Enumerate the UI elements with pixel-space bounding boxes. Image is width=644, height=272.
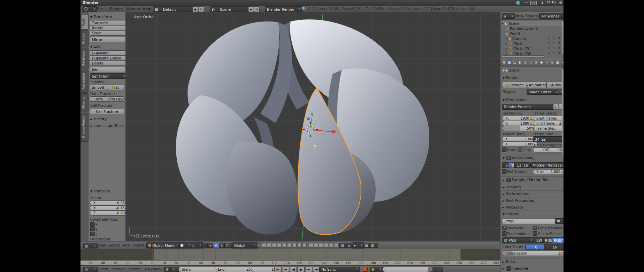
layer-toggle[interactable] [277,243,281,247]
tab-object[interactable]: ◻ [528,59,533,65]
vector-x-field[interactable]: X:0.080 [90,200,130,206]
hide-toggle-icon[interactable]: ⊙ [547,51,550,54]
preset-add-button[interactable]: + [553,104,558,110]
rotate-button[interactable]: Rotate [90,25,126,31]
render-toggle-icon[interactable]: ▣ [558,46,561,49]
render-presets-selector[interactable]: Render Presets↕ [502,104,556,110]
expand-icon[interactable]: ▸ [506,47,507,50]
tab-world[interactable]: ◍ [523,59,528,65]
jump-to-end-button[interactable]: ⇥ [282,267,289,272]
editor-type-button[interactable]: ⓘ↕ [83,6,97,12]
vector-z-field[interactable]: Z:0.000 [90,211,130,216]
tab-constraints[interactable]: ⊞ [534,59,539,65]
layer-toggle[interactable] [302,243,307,247]
border-row[interactable]: Border [502,147,519,152]
translate-button[interactable]: Translate [90,20,126,26]
end-frame-field[interactable]: End:250 [215,267,256,272]
placeholders-row[interactable]: Placeholders [502,231,530,236]
panel-header-output[interactable]: ▼Output [502,212,519,216]
layer-toggle[interactable] [319,243,323,247]
layer-toggle[interactable] [309,243,313,247]
panel-header-post-processing[interactable]: ►Post Processing [502,198,534,203]
cache-result-row[interactable]: Cache Result [533,231,561,236]
panel-header-edit[interactable]: ▼Edit [90,44,101,49]
panel-header-freestyle[interactable]: ►Freestyle [502,266,528,271]
cell-fracture-button[interactable]: Cell Fracture [90,109,124,114]
layer-toggle[interactable] [272,243,276,247]
render-toggle-icon[interactable]: ▣ [558,36,561,39]
mirror-button[interactable]: Mirror [90,37,126,42]
auto-keyframe-record-button[interactable] [363,267,368,272]
aspect-y-field[interactable]: Y:1.000 [502,142,538,147]
keyboard-layout[interactable]: En [530,1,537,5]
aa-size-field[interactable]: Size:1.000 px [533,169,564,174]
current-frame-field[interactable]: 1 [251,267,277,272]
file-format-selector[interactable]: PNG↕ [502,237,535,243]
delete-button[interactable]: Delete [90,60,126,66]
layer-toggle[interactable] [292,243,297,247]
timeline-editor-type-button[interactable]: ◷↕ [83,267,98,272]
outliner-hscrollbar[interactable] [502,55,544,58]
outliner-display-filter[interactable]: All Scenes [539,13,564,19]
pin-icon[interactable]: ◈ [502,69,505,72]
transform-orientation-selector[interactable]: Global↕ [232,242,258,248]
tab-animation[interactable]: Animation [81,70,89,93]
aspect-x-field[interactable]: X:1.000 [502,137,538,142]
animation-button[interactable]: ▸Animation [527,82,547,88]
full-sample-row[interactable]: Full Sample [502,169,528,174]
select-toggle-icon[interactable]: ↖ [553,41,555,44]
panel-header-performance[interactable]: ►Performance [502,192,529,196]
hide-toggle-icon[interactable]: ⊙ [547,41,550,44]
y-axis-handle-tip[interactable] [311,113,313,115]
tab-modifiers[interactable]: ◆ [539,59,544,65]
freestyle-checkbox[interactable] [506,266,511,271]
prev-keyframe-button[interactable]: ↞ [305,267,312,272]
viewport-canvas[interactable]: User Ortho (1) Circle.002 [125,12,500,241]
duplicate-button[interactable]: Duplicate [90,50,126,56]
jump-to-start-button[interactable]: ⇤ [274,267,281,272]
expand-icon[interactable]: ▸ [506,42,507,45]
scene-delete-button[interactable]: ✕ [254,6,260,12]
layer-toggle[interactable] [282,243,286,247]
render-toggle-icon[interactable]: ▣ [535,27,538,30]
sphere-segments[interactable] [176,19,429,235]
compression-slider[interactable]: Compression15% [502,251,564,256]
keying-set-selector[interactable]: ↕ [370,267,384,272]
mode-selector[interactable]: Object Mode↕ [146,242,181,248]
select-toggle-icon[interactable]: ↖ [553,46,555,49]
panel-header-translate-operator[interactable]: ▼Translate [90,189,110,193]
properties-vscrollbar[interactable] [562,68,564,156]
duplicate-linked-button[interactable]: Duplicate Linked [90,55,126,61]
file-extensions-row[interactable]: ✓File Extensions [533,226,564,230]
keying-ghost-toggle[interactable]: ◌ [170,267,179,272]
panel-header-landscape-tools[interactable]: ►Landscape Tools [90,124,124,128]
tab-render[interactable]: ▣ [507,59,512,65]
color-mode-rgba[interactable]: RGBA [552,237,564,243]
frame-step-field[interactable]: Frame Step:1 [533,126,564,131]
scale-button[interactable]: Scale [90,30,126,36]
timeline-menu-playback[interactable]: Playback [145,267,161,271]
join-button[interactable]: Join [90,67,126,72]
sync-mode-selector[interactable]: No Sync↕ [319,267,360,272]
resolution-y-field[interactable]: Y:1080 px [502,121,538,126]
viewport-menu-object[interactable]: Object [132,243,145,247]
tab-tools[interactable]: Tools [81,15,89,30]
start-frame-field[interactable]: Start:1 [178,267,220,272]
timeline-menu-view[interactable]: View [99,267,108,271]
panel-header-shading[interactable]: ►Shading [502,185,521,189]
vector-y-field[interactable]: Y:-0.152 [90,206,130,211]
outliner-row-renderlayers[interactable]: ❏RenderLayers▣ [506,26,564,31]
aa-filter-selector[interactable]: Mitchell-Netravali↕ [531,162,564,168]
timeline-band[interactable] [80,249,500,260]
hide-toggle-icon[interactable]: ⊙ [547,46,550,49]
viewport-menu-select[interactable]: Select [109,243,120,247]
display-mode-selector[interactable]: Image Editor↕ [527,89,560,95]
constraint-x-row[interactable]: X [90,222,98,227]
outliner-menu-view[interactable]: View [515,14,523,18]
resolution-x-field[interactable]: X:1920 px [502,116,538,121]
play-button[interactable]: ▶ [298,267,305,272]
data-layout-button[interactable]: Data Layo [107,96,124,102]
smooth-button[interactable]: Smooth [90,85,107,90]
layout-delete-button[interactable]: ✕ [198,6,204,12]
viewport-editor-type-button[interactable]: ◍↕ [83,243,98,248]
